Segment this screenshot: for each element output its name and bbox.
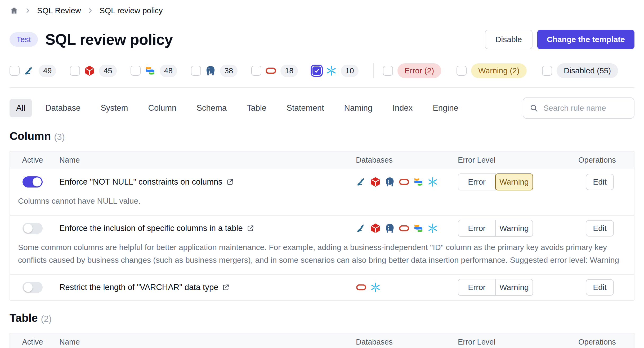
engine-filter: 10 xyxy=(312,65,358,77)
rule-section: Table (2) Active Name Databases Error Le… xyxy=(10,312,634,348)
filter-bar: 49 45 48 38 18 10 Err xyxy=(10,63,634,78)
tab-naming[interactable]: Naming xyxy=(338,99,379,117)
col-header-active: Active xyxy=(10,338,55,346)
tab-database[interactable]: Database xyxy=(39,99,87,117)
error-filter-pill: Error (2) xyxy=(397,63,441,78)
rule-description: Columns cannot have NULL value. xyxy=(10,195,634,215)
col-header-operations: Operations xyxy=(562,156,634,164)
rule-section: Column (3) Active Name Databases Error L… xyxy=(10,130,634,301)
tab-all[interactable]: All xyxy=(10,99,32,117)
engine-checkbox[interactable] xyxy=(312,66,322,76)
external-link-icon[interactable] xyxy=(222,284,230,291)
error-level-warning-button[interactable]: Warning xyxy=(495,279,533,296)
change-template-button[interactable]: Change the template xyxy=(537,30,634,49)
warning-filter-pill: Warning (2) xyxy=(471,63,527,78)
tab-system[interactable]: System xyxy=(94,99,135,117)
section-title: Column xyxy=(10,130,51,142)
disable-button[interactable]: Disable xyxy=(485,30,533,49)
postgres-icon xyxy=(384,177,395,187)
engine-filter: 48 xyxy=(131,65,177,77)
search-box xyxy=(523,97,634,119)
filter-divider xyxy=(373,63,374,78)
chevron-right-icon xyxy=(24,7,31,14)
header-actions: Disable Change the template xyxy=(485,30,634,49)
engine-checkbox[interactable] xyxy=(70,66,80,76)
oceanbase-icon xyxy=(413,223,424,234)
active-toggle[interactable] xyxy=(23,282,43,293)
oceanbase-icon xyxy=(145,65,156,76)
rule-row: Restrict the length of "VARCHAR" data ty… xyxy=(10,275,634,300)
chevron-right-icon xyxy=(87,7,94,14)
breadcrumb-item: SQL review policy xyxy=(87,6,163,15)
active-toggle[interactable] xyxy=(23,176,43,188)
error-level-error-button[interactable]: Error xyxy=(458,279,496,296)
oracle-icon xyxy=(265,65,276,76)
engine-checkbox[interactable] xyxy=(251,66,261,76)
mysql-icon xyxy=(356,223,366,234)
col-header-error-level: Error Level xyxy=(442,156,562,164)
error-level-selector: Error Warning xyxy=(458,173,533,190)
error-level-selector: Error Warning xyxy=(458,220,533,237)
table-header-row: Active Name Databases Error Level Operat… xyxy=(10,151,634,169)
col-header-name: Name xyxy=(55,338,340,346)
engine-count-badge: 18 xyxy=(280,65,298,77)
page-title: SQL review policy xyxy=(45,31,173,48)
rule-row: Enforce "NOT NULL" constraints on column… xyxy=(10,169,634,216)
rules-table: Active Name Databases Error Level Operat… xyxy=(10,333,634,348)
tab-column[interactable]: Column xyxy=(142,99,183,117)
breadcrumb-label[interactable]: SQL review policy xyxy=(100,6,163,15)
engine-filters: 49 45 48 38 18 10 xyxy=(10,65,372,77)
search-icon xyxy=(530,104,538,112)
tab-schema[interactable]: Schema xyxy=(190,99,233,117)
tab-index[interactable]: Index xyxy=(386,99,419,117)
tab-engine[interactable]: Engine xyxy=(426,99,465,117)
level-checkbox[interactable] xyxy=(383,66,393,76)
col-header-databases: Databases xyxy=(340,156,442,164)
snowflake-icon xyxy=(370,282,381,293)
home-icon[interactable] xyxy=(10,6,19,15)
snowflake-icon xyxy=(326,65,337,76)
col-header-databases: Databases xyxy=(340,338,442,346)
rule-row: Enforce the inclusion of specific column… xyxy=(10,216,634,275)
edit-button[interactable]: Edit xyxy=(586,174,614,190)
category-tabs: AllDatabaseSystemColumnSchemaTableStatem… xyxy=(10,97,634,119)
edit-button[interactable]: Edit xyxy=(586,279,614,296)
section-divider xyxy=(10,87,634,88)
rules-table: Active Name Databases Error Level Operat… xyxy=(10,151,634,301)
snowflake-icon xyxy=(427,223,438,234)
engine-checkbox[interactable] xyxy=(131,66,141,76)
level-filters: Error (2) Warning (2) Disabled (55) xyxy=(383,63,634,78)
error-level-warning-button[interactable]: Warning xyxy=(495,220,533,237)
oceanbase-icon xyxy=(413,177,424,187)
external-link-icon[interactable] xyxy=(247,225,254,232)
engine-checkbox[interactable] xyxy=(10,66,20,76)
level-checkbox[interactable] xyxy=(542,66,552,76)
oracle-icon xyxy=(399,177,409,187)
search-input[interactable] xyxy=(523,97,634,119)
tab-statement[interactable]: Statement xyxy=(280,99,330,117)
rule-databases xyxy=(356,282,442,293)
error-level-warning-button[interactable]: Warning xyxy=(495,173,533,190)
rule-name: Enforce the inclusion of specific column… xyxy=(59,224,243,233)
edit-button[interactable]: Edit xyxy=(586,220,614,237)
table-header-row: Active Name Databases Error Level Operat… xyxy=(10,333,634,348)
oracle-icon xyxy=(399,223,409,234)
external-link-icon[interactable] xyxy=(226,178,234,186)
col-header-operations: Operations xyxy=(562,338,634,346)
error-level-error-button[interactable]: Error xyxy=(458,220,496,237)
section-title: Table xyxy=(10,312,38,324)
breadcrumb-label[interactable]: SQL Review xyxy=(37,6,81,15)
engine-filter: 49 xyxy=(10,65,56,77)
engine-count-badge: 38 xyxy=(220,65,238,77)
engine-count-badge: 10 xyxy=(341,65,358,77)
active-toggle[interactable] xyxy=(23,223,43,234)
engine-checkbox[interactable] xyxy=(191,66,201,76)
level-checkbox[interactable] xyxy=(457,66,467,76)
error-level-error-button[interactable]: Error xyxy=(458,173,496,190)
engine-filter: 18 xyxy=(251,65,298,77)
breadcrumb: SQL Review SQL review policy xyxy=(10,4,634,17)
section-count: (2) xyxy=(41,314,52,324)
engine-count-badge: 45 xyxy=(99,65,117,77)
page-header: Test SQL review policy Disable Change th… xyxy=(10,30,634,49)
tab-table[interactable]: Table xyxy=(240,99,273,117)
